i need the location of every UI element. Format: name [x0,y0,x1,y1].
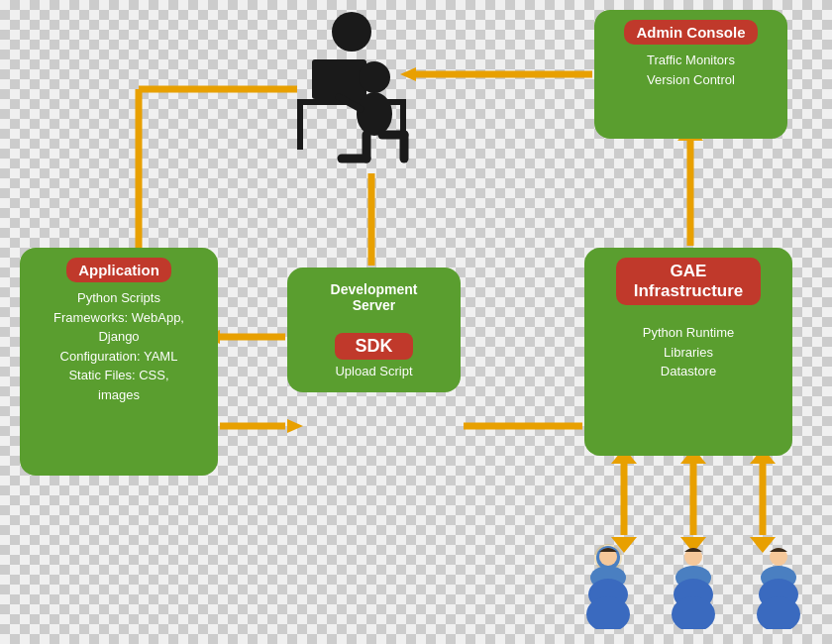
gae-content: Python Runtime Libraries Datastore [594,323,782,381]
application-box: Application Python Scripts Frameworks: W… [20,248,218,476]
application-header: Application [66,258,171,282]
gae-header-text2: Infrastructure [634,281,744,300]
version-control-text: Version Control [604,70,778,90]
gae-header: GAE Infrastructure [616,258,762,305]
user-icon-2 [660,540,727,629]
diagram-container: Admin Console Traffic Monitors Version C… [0,0,832,644]
python-scripts-text: Python Scripts [30,288,208,308]
svg-point-42 [359,61,390,93]
sdk-box: SDK Upload Script [287,327,461,392]
sdk-label: SDK [335,333,412,360]
dev-server-label2: Server [297,297,451,313]
traffic-monitors-text: Traffic Monitors [604,51,778,70]
static-files-text: Static Files: CSS, [30,366,208,385]
svg-point-41 [357,92,392,136]
user-icon-1 [574,540,642,629]
dev-server-box: Development Server [287,268,461,327]
dev-server-label: Development [297,281,451,297]
admin-console-header: Admin Console [624,20,757,45]
user-icon-3 [745,540,812,629]
admin-console-content: Traffic Monitors Version Control [604,51,778,89]
datastore-text: Datastore [594,362,782,381]
dev-server-wrap: Development Server SDK Upload Script [287,268,461,392]
svg-marker-22 [287,419,303,433]
users-row [574,540,812,629]
gae-header-text1: GAE [671,262,707,280]
admin-console-box: Admin Console Traffic Monitors Version C… [594,10,787,139]
frameworks-text: Frameworks: WebApp, [30,308,208,328]
svg-rect-39 [312,59,366,99]
django-text: Django [30,327,208,347]
svg-point-35 [332,12,371,52]
person-figure [287,10,416,173]
config-yaml-text: Configuration: YAML [30,347,208,367]
libraries-text: Libraries [594,343,782,363]
gae-infra-box: GAE Infrastructure Python Runtime Librar… [584,248,792,456]
python-runtime-text: Python Runtime [594,323,782,343]
upload-script-text: Upload Script [297,364,451,378]
application-content: Python Scripts Frameworks: WebApp, Djang… [30,288,208,404]
images-text: images [30,385,208,405]
svg-rect-37 [297,105,303,150]
person-svg [287,10,416,173]
